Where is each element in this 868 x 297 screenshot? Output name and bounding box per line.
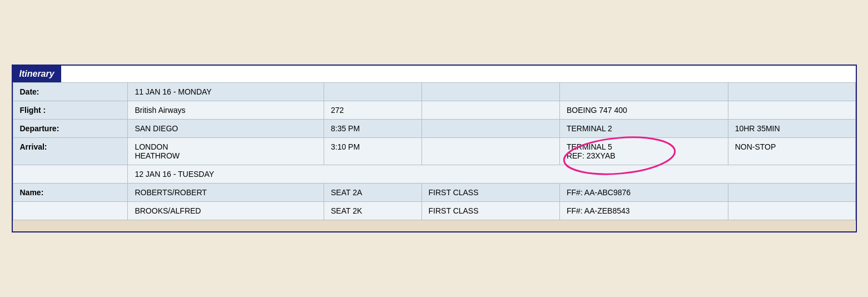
itinerary-table: Date: 11 JAN 16 - MONDAY Flight : Britis…: [13, 82, 856, 231]
table-row: Date: 11 JAN 16 - MONDAY: [13, 83, 855, 101]
flight-airline: British Airways: [128, 101, 324, 120]
arrival-ref: REF: 23XYAB: [567, 151, 616, 160]
title-bar: Itinerary: [13, 66, 61, 82]
flight-label: Flight :: [13, 101, 128, 120]
table-row: Flight : British Airways 272 BOEING 747 …: [13, 101, 855, 120]
footer-cell: [13, 220, 855, 231]
passenger2-class: FIRST CLASS: [421, 202, 559, 220]
flight-aircraft: BOEING 747 400: [559, 101, 728, 120]
date2-value: 12 JAN 16 - TUESDAY: [128, 165, 855, 184]
empty-cell: [13, 165, 128, 184]
empty-cell: [421, 138, 559, 165]
passenger1-name: ROBERTS/ROBERT: [128, 184, 324, 202]
flight-number: 272: [324, 101, 421, 120]
footer-row: [13, 220, 855, 231]
itinerary-container: Itinerary Date: 11 JAN 16 - MONDAY Fligh…: [12, 65, 857, 232]
empty-cell: [13, 202, 128, 220]
arrival-terminal: TERMINAL 5: [567, 142, 612, 151]
title-text: Itinerary: [19, 69, 54, 78]
empty-cell: [728, 101, 855, 120]
departure-label: Departure:: [13, 120, 128, 138]
arrival-stop: NON-STOP: [728, 138, 855, 165]
passenger2-seat: SEAT 2K: [324, 202, 421, 220]
date-value: 11 JAN 16 - MONDAY: [128, 83, 324, 101]
table-row: Arrival: LONDON HEATHROW 3:10 PM TERMINA…: [13, 138, 855, 165]
empty-cell: [421, 83, 559, 101]
table-row: Name: ROBERTS/ROBERT SEAT 2A FIRST CLASS…: [13, 184, 855, 202]
name-label: Name:: [13, 184, 128, 202]
passenger1-class: FIRST CLASS: [421, 184, 559, 202]
arrival-ref-wrapper: TERMINAL 5 REF: 23XYAB: [567, 142, 721, 160]
empty-cell: [728, 184, 855, 202]
table-row: Departure: SAN DIEGO 8:35 PM TERMINAL 2 …: [13, 120, 855, 138]
empty-cell: [728, 83, 855, 101]
arrival-time: 3:10 PM: [324, 138, 421, 165]
departure-terminal: TERMINAL 2: [559, 120, 728, 138]
date-label: Date:: [13, 83, 128, 101]
empty-cell: [421, 101, 559, 120]
empty-cell: [421, 120, 559, 138]
passenger1-seat: SEAT 2A: [324, 184, 421, 202]
arrival-label: Arrival:: [13, 138, 128, 165]
passenger2-name: BROOKS/ALFRED: [128, 202, 324, 220]
empty-cell: [324, 83, 421, 101]
departure-duration: 10HR 35MIN: [728, 120, 855, 138]
table-row: BROOKS/ALFRED SEAT 2K FIRST CLASS FF#: A…: [13, 202, 855, 220]
empty-cell: [728, 202, 855, 220]
arrival-terminal-ref: TERMINAL 5 REF: 23XYAB: [559, 138, 728, 165]
empty-cell: [559, 83, 728, 101]
departure-city: SAN DIEGO: [128, 120, 324, 138]
passenger1-ff: FF#: AA-ABC9876: [559, 184, 728, 202]
passenger2-ff: FF#: AA-ZEB8543: [559, 202, 728, 220]
arrival-city: LONDON HEATHROW: [128, 138, 324, 165]
departure-time: 8:35 PM: [324, 120, 421, 138]
table-row: 12 JAN 16 - TUESDAY: [13, 165, 855, 184]
